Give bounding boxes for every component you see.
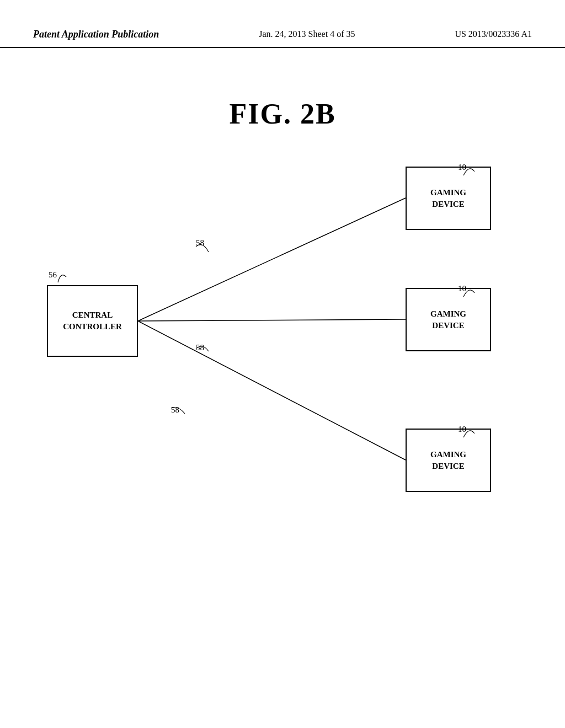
diagram-area: FIG. 2B CENTRALCONTROLLER 56 GAMINGDEVIC…: [0, 48, 565, 710]
page-header: Patent Application Publication Jan. 24, …: [0, 0, 565, 48]
svg-line-0: [138, 198, 406, 321]
gaming-device-2-label: GAMINGDEVICE: [430, 308, 466, 331]
gaming-device-2-box: GAMINGDEVICE: [406, 288, 491, 351]
ref-10-3-arc: [461, 424, 477, 440]
central-controller-label: CENTRALCONTROLLER: [63, 309, 122, 333]
ref-58-3-arc: [168, 403, 188, 422]
svg-line-1: [138, 319, 406, 321]
diagram-svg: [0, 48, 565, 710]
gaming-device-1-label: GAMINGDEVICE: [430, 187, 466, 210]
gaming-device-3-box: GAMINGDEVICE: [406, 429, 491, 492]
ref-10-2-arc: [461, 283, 477, 299]
ref-10-1-arc: [461, 162, 477, 178]
central-controller-box: CENTRALCONTROLLER: [47, 285, 138, 357]
ref-58-2-arc: [193, 340, 212, 360]
ref-56-arc: [52, 269, 69, 285]
publication-title: Patent Application Publication: [33, 28, 159, 41]
svg-line-2: [138, 321, 406, 460]
publication-date-sheet: Jan. 24, 2013 Sheet 4 of 35: [259, 28, 355, 41]
publication-number: US 2013/0023336 A1: [455, 28, 532, 41]
gaming-device-1-box: GAMINGDEVICE: [406, 167, 491, 230]
ref-58-1-arc: [193, 235, 212, 255]
gaming-device-3-label: GAMINGDEVICE: [430, 449, 466, 472]
